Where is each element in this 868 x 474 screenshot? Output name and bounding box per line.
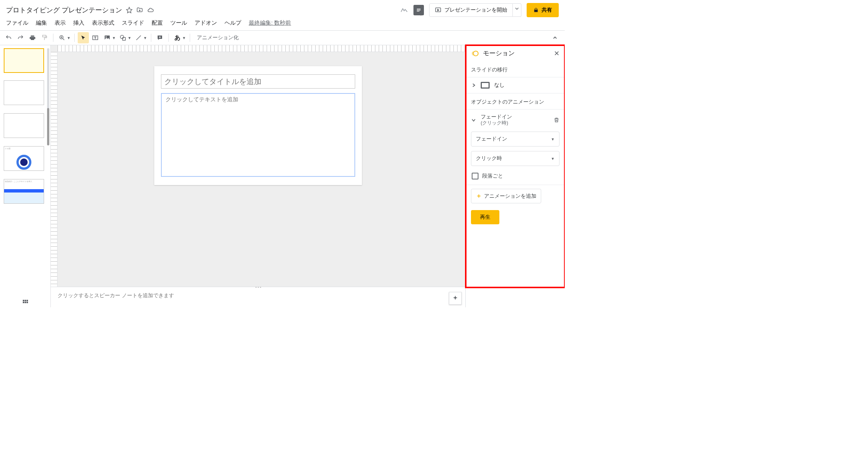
add-comment-icon[interactable] [154,32,165,43]
paint-format-icon[interactable] [39,32,50,43]
slide-thumbnail-2[interactable] [4,80,44,105]
by-paragraph-checkbox[interactable] [472,173,478,179]
motion-icon [471,49,479,58]
menu-edit[interactable]: 編集 [36,19,47,27]
menu-view[interactable]: 表示 [55,19,66,27]
filmstrip-scrollbar[interactable] [47,48,49,145]
shape-dropdown-icon[interactable]: ▼ [128,36,131,40]
close-icon[interactable]: ✕ [554,49,559,58]
slide-transition-row[interactable]: なし [466,77,565,93]
svg-rect-15 [25,302,26,303]
svg-rect-4 [43,35,46,37]
svg-point-17 [473,51,478,56]
menu-slide[interactable]: スライド [122,19,144,27]
slide-thumbnail-1[interactable] [4,48,44,73]
undo-icon[interactable] [3,32,14,43]
menu-arrange[interactable]: 配置 [152,19,163,27]
explore-icon[interactable] [449,292,462,305]
filmstrip: クル図 製品紹介: ここにテキストを挿入 [0,45,51,307]
play-button[interactable]: 再生 [471,210,499,224]
image-dropdown-icon[interactable]: ▼ [112,36,116,40]
dropdown-caret-icon: ▼ [551,137,555,141]
input-method-dropdown-icon[interactable]: ▼ [182,36,186,40]
line-tool-icon[interactable] [133,32,144,43]
menu-help[interactable]: ヘルプ [224,19,241,27]
star-icon[interactable] [126,7,133,13]
transition-value: なし [494,82,505,89]
move-to-folder-icon[interactable] [136,7,143,13]
motion-panel: モーション ✕ スライドの移行 なし オブジェクトのアニメーション フェードイン… [465,45,565,307]
shape-tool-icon[interactable] [117,32,128,43]
plus-icon: ＋ [476,192,482,200]
toolbar-separator [190,34,190,42]
zoom-icon[interactable] [56,32,68,43]
slide-thumbnail-3[interactable] [4,113,44,138]
add-animation-button[interactable]: ＋ アニメーションを追加 [471,189,541,203]
menu-bar: ファイル 編集 表示 挿入 表示形式 スライド 配置 ツール アドオン ヘルプ … [0,18,565,30]
toolbar-separator [74,34,75,42]
comments-icon[interactable] [413,5,424,15]
menu-format[interactable]: 表示形式 [92,19,114,27]
svg-point-9 [120,35,124,39]
redo-icon[interactable] [15,32,26,43]
slide-thumbnail-5[interactable]: 製品紹介: ここにテキストを挿入 [4,179,44,204]
slide-thumbnail-4[interactable]: クル図 [4,146,44,171]
grid-view-icon[interactable] [22,299,28,305]
document-title[interactable]: プロトタイピング プレゼンテーション [6,6,122,15]
chevron-down-icon [471,117,476,123]
animation-button[interactable]: アニメーション化 [193,34,242,41]
chevron-right-icon [471,83,476,88]
select-tool-icon[interactable] [78,32,89,43]
title-placeholder[interactable]: クリックしてタイトルを追加 [161,74,355,89]
animation-type-dropdown[interactable]: フェードイン ▼ [471,132,559,147]
toolbar-separator [168,34,169,42]
activity-icon[interactable] [400,6,408,14]
svg-rect-12 [25,300,26,301]
menu-file[interactable]: ファイル [6,19,28,27]
svg-rect-11 [23,300,24,301]
trigger-dropdown[interactable]: クリック時 ▼ [471,151,559,166]
collapse-toolbar-icon[interactable] [553,36,562,40]
slide-icon [481,82,490,89]
zoom-dropdown-icon[interactable]: ▼ [67,36,71,40]
image-tool-icon[interactable] [102,32,113,43]
add-animation-label: アニメーションを追加 [484,193,536,200]
cloud-status-icon[interactable] [147,7,154,13]
notes-resize-handle[interactable] [252,287,264,289]
svg-rect-14 [23,302,24,303]
animation-type-value: フェードイン [476,136,507,142]
thumb-label: クル図 [5,147,10,150]
present-label: プレゼンテーションを開始 [444,7,507,13]
horizontal-ruler [58,45,465,52]
line-dropdown-icon[interactable]: ▼ [143,36,147,40]
last-edit-link[interactable]: 最終編集: 数秒前 [249,19,291,27]
share-label: 共有 [542,7,552,13]
dropdown-caret-icon: ▼ [551,157,555,161]
input-method-icon[interactable]: あ [172,32,183,43]
animation-trigger-sub: (クリック時) [481,120,549,126]
thumb-label: 製品紹介: ここにテキストを挿入 [5,180,32,182]
menu-addons[interactable]: アドオン [195,19,217,27]
notes-placeholder-text: クリックするとスピーカー ノートを追加できます [58,292,174,298]
present-dropdown[interactable] [513,3,521,17]
toolbar-separator [53,34,53,42]
print-icon[interactable] [27,32,38,43]
speaker-notes[interactable]: クリックするとスピーカー ノートを追加できます [51,287,465,307]
toolbar-separator [151,34,151,42]
menu-insert[interactable]: 挿入 [73,19,84,27]
trigger-value: クリック時 [476,155,502,162]
toolbar: ▼ ▼ ▼ ▼ あ ▼ アニメーション化 [0,30,565,45]
title-bar: プロトタイピング プレゼンテーション プレゼンテーションを開始 共有 [0,0,565,18]
present-button[interactable]: プレゼンテーションを開始 [429,3,513,17]
svg-rect-10 [123,37,125,40]
textbox-tool-icon[interactable] [90,32,101,43]
share-button[interactable]: 共有 [527,3,559,17]
by-paragraph-label: 段落ごと [482,173,503,179]
menu-tools[interactable]: ツール [170,19,187,27]
animation-name: フェードイン [481,113,549,120]
object-animation-label: オブジェクトのアニメーション [466,93,565,109]
slide-canvas[interactable]: クリックしてタイトルを追加 クリックしてテキストを追加 [154,66,362,185]
animation-item-header[interactable]: フェードイン (クリック時) [466,109,565,129]
body-placeholder[interactable]: クリックしてテキストを追加 [161,93,355,177]
trash-icon[interactable] [554,117,559,123]
